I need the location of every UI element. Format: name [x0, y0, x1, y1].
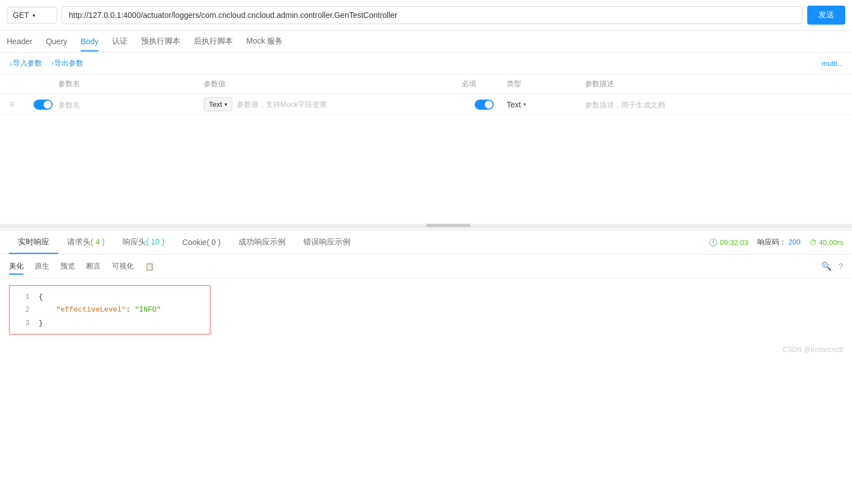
body-scroll-area[interactable]: [0, 115, 852, 227]
search-icon[interactable]: 🔍: [821, 261, 832, 271]
viewer-toolbar: 美化 原生 预览 断言 可视化 📋 🔍 ?: [0, 255, 852, 279]
json-line-2: 2 "effectiveLevel": "INFO": [18, 303, 201, 316]
send-button[interactable]: 发送: [807, 6, 845, 25]
scrollbar-track: [0, 224, 852, 227]
tab-mock[interactable]: Mock 服务: [246, 31, 283, 52]
export-params-button[interactable]: ↑导出参数: [51, 58, 84, 68]
col-required-header: 必填: [462, 79, 507, 89]
multi-link[interactable]: multi...: [822, 59, 843, 68]
scrollbar-thumb[interactable]: [426, 224, 471, 227]
col-param-value-header: 参数值: [204, 79, 462, 89]
tab-success-example[interactable]: 成功响应示例: [230, 230, 294, 254]
required-toggle[interactable]: [475, 100, 494, 110]
col-type-header: 类型: [507, 79, 585, 89]
json-container: 1 { 2 "effectiveLevel": "INFO" 3 }: [9, 285, 210, 335]
table-header: 参数名 参数值 必填 类型 参数描述: [0, 74, 852, 94]
viewer-icons: 🔍 ?: [821, 261, 843, 271]
watermark-text: CSDN @Instanceztt: [783, 346, 843, 354]
tab-error-example[interactable]: 错误响应示例: [294, 230, 359, 254]
json-key: "effectiveLevel": [56, 305, 126, 314]
cookies-label: Cookie: [182, 238, 207, 247]
export-params-label: ↑导出参数: [51, 58, 84, 68]
type-label-right: Text: [507, 100, 521, 109]
response-tabs-bar: 实时响应 请求头( 4 ) 响应头( 10 ) Cookie( 0 ) 成功响应…: [0, 230, 852, 255]
url-bar: GET ▾ 发送: [0, 0, 852, 31]
required-cell: [462, 100, 507, 110]
req-headers-label: 请求头: [67, 237, 91, 246]
table-row: ≡ Text ▾ Text ▾: [0, 94, 852, 115]
json-viewer: 1 { 2 "effectiveLevel": "INFO" 3 }: [0, 279, 852, 341]
code-value: 200: [788, 238, 800, 246]
viewer-tab-copy[interactable]: 📋: [145, 260, 154, 273]
row-toggle[interactable]: [34, 100, 58, 110]
line-num-1: 1: [18, 290, 30, 303]
json-open-brace: {: [39, 290, 43, 303]
description-input[interactable]: [585, 101, 843, 109]
params-table: 参数名 参数值 必填 类型 参数描述 ≡ Text ▾ Text ▾: [0, 74, 852, 115]
cookies-badge: ( 0 ): [207, 238, 221, 247]
json-close-brace: }: [39, 317, 43, 329]
req-headers-badge: ( 4 ): [91, 237, 105, 246]
col-param-name-header: 参数名: [58, 79, 204, 89]
duration-value: 40.00m: [819, 238, 843, 247]
tab-header[interactable]: Header: [7, 31, 32, 51]
clock-icon: 🕐: [709, 238, 718, 247]
watermark: CSDN @Instanceztt: [0, 341, 852, 358]
body-toolbar-left: ↓导入参数 ↑导出参数: [9, 58, 83, 68]
import-params-label: ↓导入参数: [9, 58, 42, 68]
param-value-input[interactable]: [237, 100, 462, 109]
help-icon[interactable]: ?: [839, 261, 843, 271]
json-line-3: 3 }: [18, 317, 201, 329]
viewer-tab-beautify[interactable]: 美化: [9, 259, 24, 274]
time-value: 09:32:03: [720, 238, 748, 247]
url-input[interactable]: [62, 6, 803, 24]
tab-req-headers[interactable]: 请求头( 4 ): [58, 230, 114, 254]
tab-cookies[interactable]: Cookie( 0 ): [174, 231, 230, 253]
col-description-header: 参数描述: [585, 79, 843, 89]
timer-icon: ⏱: [809, 238, 817, 247]
param-name-input[interactable]: [58, 101, 204, 109]
tab-post-script[interactable]: 后执行脚本: [194, 31, 233, 52]
line-num-2: 2: [18, 303, 30, 316]
col-toggle-header: [34, 79, 58, 89]
nav-tabs: Header Query Body 认证 预执行脚本 后执行脚本 Mock 服务: [0, 31, 852, 53]
viewer-tab-visualize[interactable]: 可视化: [112, 259, 134, 274]
viewer-tab-assertion[interactable]: 断言: [86, 259, 101, 274]
response-code-section: 响应码： 200: [757, 237, 800, 247]
drag-handle[interactable]: ≡: [9, 98, 34, 110]
type-select-left[interactable]: Text ▾: [204, 97, 232, 111]
type-chevron-right: ▾: [523, 101, 526, 107]
param-value-cell: Text ▾: [204, 97, 462, 111]
viewer-tab-preview[interactable]: 预览: [60, 259, 75, 274]
chevron-down-icon: ▾: [32, 12, 35, 18]
code-label: 响应码：: [757, 238, 787, 246]
viewer-tab-raw[interactable]: 原生: [35, 259, 49, 274]
toggle-switch[interactable]: [34, 100, 53, 110]
import-params-button[interactable]: ↓导入参数: [9, 58, 42, 68]
resp-headers-label: 响应头: [123, 237, 146, 246]
response-time: 🕐 09:32:03: [709, 238, 748, 247]
tab-pre-script[interactable]: 预执行脚本: [141, 31, 180, 52]
description-cell: [585, 100, 843, 109]
type-select-chevron: ▾: [224, 101, 227, 107]
json-line-1: 1 {: [18, 290, 201, 303]
tab-query[interactable]: Query: [46, 31, 67, 51]
json-value: "INFO": [135, 305, 161, 314]
json-key-value: "effectiveLevel": "INFO": [39, 303, 161, 316]
param-name-cell: [58, 100, 204, 109]
body-toolbar: ↓导入参数 ↑导出参数 multi...: [0, 53, 852, 74]
line-num-3: 3: [18, 317, 30, 329]
type-cell: Text ▾: [507, 100, 585, 109]
type-select-label: Text: [209, 100, 222, 109]
tab-auth[interactable]: 认证: [112, 31, 128, 52]
method-label: GET: [13, 11, 29, 20]
tab-body[interactable]: Body: [81, 31, 99, 51]
tab-resp-headers[interactable]: 响应头( 10 ): [114, 230, 174, 254]
col-drag-header: [9, 79, 34, 89]
tab-realtime[interactable]: 实时响应: [9, 230, 58, 254]
response-duration: ⏱ 40.00m: [809, 238, 843, 247]
resp-headers-badge: ( 10 ): [146, 237, 165, 246]
method-select[interactable]: GET ▾: [7, 7, 57, 23]
response-meta: 🕐 09:32:03 响应码： 200 ⏱ 40.00m: [709, 237, 843, 247]
